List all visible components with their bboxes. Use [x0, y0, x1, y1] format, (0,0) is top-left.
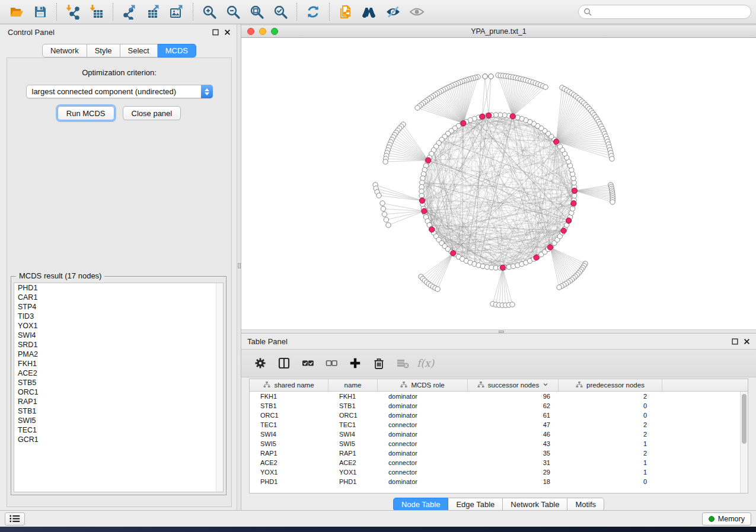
cell-successor-nodes[interactable]: 43: [468, 439, 559, 448]
leaf-node[interactable]: [377, 193, 381, 198]
cell-MCDS-role[interactable]: dominator: [378, 477, 468, 486]
mcds-node[interactable]: [534, 255, 539, 260]
cell-shared-name[interactable]: PHD1: [250, 477, 328, 486]
cell-successor-nodes[interactable]: 35: [468, 448, 559, 458]
cell-predecessor-nodes[interactable]: 0: [559, 411, 662, 420]
splitter-grip[interactable]: [499, 331, 504, 333]
cell-successor-nodes[interactable]: 18: [468, 477, 559, 486]
leaf-node[interactable]: [557, 285, 562, 290]
delete-columns-button[interactable]: [368, 352, 390, 374]
tab-network[interactable]: Network: [42, 44, 87, 57]
export-table-button[interactable]: [141, 2, 165, 22]
leaf-node[interactable]: [610, 200, 615, 204]
cell-successor-nodes[interactable]: 62: [468, 401, 559, 411]
cell-name[interactable]: FKH1: [328, 392, 378, 401]
mcds-result-item[interactable]: GCR1: [14, 435, 223, 444]
column-header-predecessor-nodes[interactable]: predecessor nodes: [559, 379, 662, 391]
cell-name[interactable]: SWI5: [328, 439, 378, 448]
sort-desc-icon[interactable]: [543, 382, 548, 389]
leaf-node[interactable]: [386, 223, 391, 227]
cell-MCDS-role[interactable]: connector: [378, 420, 468, 430]
mcds-node[interactable]: [480, 114, 485, 119]
mcds-node[interactable]: [486, 113, 492, 118]
tab-edge-table[interactable]: Edge Table: [448, 498, 503, 511]
cell-successor-nodes[interactable]: 96: [468, 392, 559, 401]
list-scrollbar[interactable]: [216, 283, 223, 492]
splitter-grip[interactable]: [238, 263, 241, 268]
cell-predecessor-nodes[interactable]: 2: [559, 392, 662, 401]
mcds-result-item[interactable]: STP4: [14, 302, 223, 312]
close-window-button[interactable]: [247, 28, 254, 35]
criterion-dropdown[interactable]: largest connected component (undirected): [26, 85, 213, 98]
table-row[interactable]: ORC1ORC1dominator610: [250, 411, 748, 420]
network-node[interactable]: [572, 193, 577, 198]
leaf-node[interactable]: [435, 287, 440, 291]
mcds-result-item[interactable]: FKH1: [14, 359, 223, 368]
leaf-node[interactable]: [381, 206, 385, 211]
zoom-in-button[interactable]: [197, 2, 221, 22]
leaf-node[interactable]: [489, 74, 493, 79]
mcds-node[interactable]: [572, 188, 577, 193]
cell-shared-name[interactable]: ACE2: [250, 458, 328, 467]
mcds-result-item[interactable]: ORC1: [14, 387, 223, 397]
save-session-button[interactable]: [28, 2, 52, 22]
deselect-all-button[interactable]: [321, 352, 342, 374]
table-row[interactable]: TEC1TEC1connector472: [250, 420, 748, 430]
table-settings-button[interactable]: [250, 352, 271, 374]
close-panel-button[interactable]: [224, 29, 231, 36]
cell-predecessor-nodes[interactable]: 2: [559, 430, 662, 439]
hide-selected-button[interactable]: [381, 2, 405, 22]
show-panels-button[interactable]: [5, 512, 25, 525]
mcds-result-item[interactable]: PHD1: [14, 283, 223, 293]
cell-name[interactable]: RAP1: [328, 448, 378, 458]
mcds-result-item[interactable]: TID3: [14, 312, 223, 321]
minimize-window-button[interactable]: [259, 28, 266, 35]
mcds-result-item[interactable]: SWI5: [14, 416, 223, 425]
cell-MCDS-role[interactable]: dominator: [378, 411, 468, 420]
mcds-result-item[interactable]: TEC1: [14, 425, 223, 435]
cell-predecessor-nodes[interactable]: 2: [559, 448, 662, 458]
mcds-node[interactable]: [566, 218, 572, 223]
cell-shared-name[interactable]: YOX1: [250, 467, 328, 477]
cell-predecessor-nodes[interactable]: 1: [559, 467, 662, 477]
open-session-button[interactable]: [5, 2, 28, 22]
cell-shared-name[interactable]: RAP1: [250, 448, 328, 458]
table-row[interactable]: YOX1YOX1connector291: [250, 467, 748, 477]
mcds-result-item[interactable]: PMA2: [14, 350, 223, 359]
mcds-node[interactable]: [426, 158, 431, 163]
mcds-result-item[interactable]: YOX1: [14, 321, 223, 331]
import-network-button[interactable]: [61, 2, 85, 22]
tab-motifs[interactable]: Motifs: [567, 498, 604, 511]
leaf-node[interactable]: [384, 217, 388, 222]
network-canvas[interactable]: [241, 38, 756, 329]
cell-MCDS-role[interactable]: dominator: [378, 401, 468, 411]
mcds-result-item[interactable]: SWI4: [14, 331, 223, 340]
cell-MCDS-role[interactable]: connector: [378, 458, 468, 467]
run-mcds-button[interactable]: Run MCDS: [58, 106, 114, 120]
cell-successor-nodes[interactable]: 31: [468, 458, 559, 467]
tab-network-table[interactable]: Network Table: [503, 498, 567, 511]
network-titlebar[interactable]: YPA_prune.txt_1: [241, 25, 756, 38]
cell-successor-nodes[interactable]: 61: [468, 411, 559, 420]
mcds-node[interactable]: [451, 251, 456, 256]
mcds-result-item[interactable]: SRD1: [14, 340, 223, 350]
mcds-node[interactable]: [547, 245, 553, 250]
cell-successor-nodes[interactable]: 29: [468, 467, 559, 477]
cell-name[interactable]: PHD1: [328, 477, 378, 486]
table-row[interactable]: SWI5SWI5connector431: [250, 439, 748, 448]
cell-name[interactable]: TEC1: [328, 420, 378, 430]
zoom-out-button[interactable]: [221, 2, 245, 22]
mcds-result-item[interactable]: CAR1: [14, 293, 223, 302]
leaf-node[interactable]: [543, 85, 548, 89]
cell-MCDS-role[interactable]: dominator: [378, 448, 468, 458]
cell-successor-nodes[interactable]: 46: [468, 430, 559, 439]
cell-MCDS-role[interactable]: connector: [378, 467, 468, 477]
export-image-button[interactable]: [165, 2, 189, 22]
mcds-node[interactable]: [510, 114, 515, 119]
leaf-node[interactable]: [415, 105, 420, 110]
show-columns-button[interactable]: [273, 352, 295, 374]
cell-predecessor-nodes[interactable]: 0: [559, 477, 662, 486]
float-panel-button[interactable]: [212, 29, 219, 36]
tab-node-table[interactable]: Node Table: [393, 498, 449, 511]
select-all-button[interactable]: [297, 352, 318, 374]
